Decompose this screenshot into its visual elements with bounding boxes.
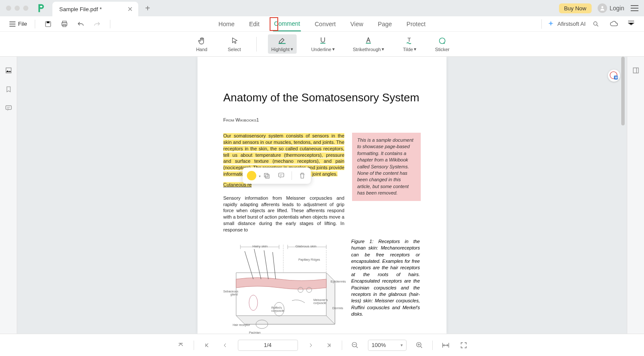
- undo-icon[interactable]: [76, 19, 86, 29]
- menu-icon[interactable]: [630, 5, 639, 12]
- highlight-context-menu: ▾: [243, 167, 311, 184]
- window-controls: [0, 6, 28, 11]
- tab-comment[interactable]: Comment: [273, 17, 301, 31]
- next-page-icon[interactable]: [306, 340, 316, 350]
- word-export-badge[interactable]: W: [608, 70, 620, 82]
- figure-illustration: Hairy skin Glabrous skin Papillary Ridge…: [223, 238, 343, 334]
- scrollbar-thumb[interactable]: [621, 57, 625, 125]
- select-label: Select: [228, 47, 241, 52]
- prev-page-icon[interactable]: [220, 340, 230, 350]
- close-tab-icon[interactable]: [127, 6, 133, 12]
- thumbnails-icon[interactable]: [3, 65, 14, 76]
- new-tab-button[interactable]: +: [145, 3, 150, 13]
- svg-rect-36: [264, 173, 268, 177]
- fit-width-icon[interactable]: [440, 340, 451, 350]
- collapse-icon[interactable]: [626, 19, 636, 29]
- comment-toolbar: Hand Select Highlight▾ Underline▾ Strike…: [0, 32, 644, 57]
- strikethrough-tool[interactable]: Strikethrough▾: [349, 34, 388, 54]
- chevron-down-icon: ▾: [382, 46, 384, 52]
- fig-label-ruffini: Ruffini's corpuscle: [271, 306, 289, 312]
- close-window[interactable]: [6, 6, 11, 11]
- fig-label-hairrec: Hair receptor: [233, 323, 250, 326]
- tab-convert[interactable]: Convert: [314, 17, 337, 31]
- zoom-out-icon[interactable]: [350, 340, 360, 350]
- pdf-page: Anatomy of the Somatosensory System From…: [197, 57, 447, 334]
- right-sidebar: [627, 57, 644, 334]
- sticker-label: Sticker: [435, 47, 450, 52]
- tab-title: Sample File.pdf *: [59, 6, 121, 12]
- underline-label: Underline: [311, 47, 331, 52]
- login-label: Login: [610, 5, 624, 12]
- hand-label: Hand: [196, 47, 207, 52]
- buy-now-button[interactable]: Buy Now: [559, 3, 592, 13]
- svg-text:T: T: [407, 37, 411, 43]
- select-tool[interactable]: Select: [224, 35, 245, 54]
- ai-assistant-button[interactable]: Afirstsoft AI: [547, 20, 586, 28]
- tab-view[interactable]: View: [349, 17, 364, 31]
- fig-label-meissner: Meissner's corpuscle: [313, 298, 331, 304]
- fig-label-hairy: Hairy skin: [252, 244, 267, 248]
- minimize-window[interactable]: [15, 6, 20, 11]
- content-area: Anatomy of the Somatosensory System From…: [0, 57, 644, 334]
- highlight-tool[interactable]: Highlight▾: [268, 34, 297, 54]
- svg-rect-13: [6, 106, 11, 110]
- color-picker[interactable]: ▾: [247, 171, 256, 180]
- search-icon[interactable]: [591, 19, 601, 29]
- file-menu[interactable]: File: [9, 21, 27, 27]
- color-swatch-yellow: [247, 171, 256, 180]
- vertical-scrollbar[interactable]: [621, 57, 625, 332]
- tab-page[interactable]: Page: [377, 17, 393, 31]
- chevron-down-icon: ▾: [332, 46, 335, 52]
- svg-point-6: [594, 21, 597, 25]
- zoom-select[interactable]: 100%▾: [368, 340, 407, 351]
- page-number-input[interactable]: 1/4: [238, 340, 298, 351]
- save-icon[interactable]: [43, 19, 53, 29]
- comments-icon[interactable]: [3, 103, 14, 113]
- tab-edit[interactable]: Edit: [248, 17, 260, 31]
- menubar: File Home Edit Comment Convert View Page…: [0, 16, 644, 32]
- avatar-icon: [598, 3, 607, 13]
- underline-icon: [319, 36, 327, 45]
- redo-icon[interactable]: [92, 19, 102, 29]
- hand-tool[interactable]: Hand: [191, 35, 213, 54]
- cloud-icon[interactable]: [609, 19, 619, 29]
- svg-rect-5: [63, 24, 66, 27]
- figure-caption: Figure 1: Receptors in the human skin: M…: [351, 238, 420, 334]
- file-label: File: [18, 21, 27, 27]
- note-icon[interactable]: [277, 171, 286, 180]
- fig-label-epidermis: Epidermis: [331, 280, 346, 283]
- document-viewport[interactable]: Anatomy of the Somatosensory System From…: [17, 57, 627, 334]
- print-icon[interactable]: [59, 19, 70, 29]
- svg-rect-31: [633, 68, 638, 73]
- zoom-in-icon[interactable]: [414, 340, 425, 350]
- sticker-tool[interactable]: Sticker: [431, 35, 453, 54]
- fig-label-dermis: Dermis: [332, 306, 343, 310]
- first-page-icon[interactable]: [202, 340, 212, 350]
- titlebar: Sample File.pdf * + Buy Now Login: [0, 0, 644, 16]
- svg-rect-9: [366, 43, 371, 44]
- bottom-toolbar: 1/4 100%▾: [0, 334, 644, 356]
- document-source: From Wikibooks1: [223, 117, 421, 122]
- panel-toggle-icon[interactable]: [631, 65, 641, 76]
- svg-text:W: W: [615, 76, 618, 79]
- tab-protect[interactable]: Protect: [406, 17, 426, 31]
- trash-icon[interactable]: [298, 171, 307, 180]
- strikethrough-icon: [364, 36, 373, 45]
- left-sidebar: [0, 57, 17, 334]
- last-page-icon[interactable]: [324, 340, 334, 350]
- scroll-top-icon[interactable]: [176, 340, 186, 350]
- tab-home[interactable]: Home: [218, 17, 235, 31]
- chevron-down-icon: ▾: [291, 46, 293, 52]
- bookmark-icon[interactable]: [3, 84, 14, 94]
- underline-tool[interactable]: Underline▾: [308, 34, 338, 54]
- login-button[interactable]: Login: [598, 3, 624, 13]
- tilde-tool[interactable]: T Tilde▾: [399, 34, 420, 54]
- maximize-window[interactable]: [23, 6, 28, 11]
- svg-point-1: [601, 6, 603, 8]
- copy-icon[interactable]: [262, 171, 271, 180]
- fig-label-papillary: Papillary Ridges: [298, 258, 320, 261]
- document-tab[interactable]: Sample File.pdf *: [52, 2, 138, 16]
- chevron-down-icon: ▾: [401, 343, 403, 347]
- chevron-down-icon: ▾: [414, 46, 416, 52]
- fullscreen-icon[interactable]: [459, 340, 469, 350]
